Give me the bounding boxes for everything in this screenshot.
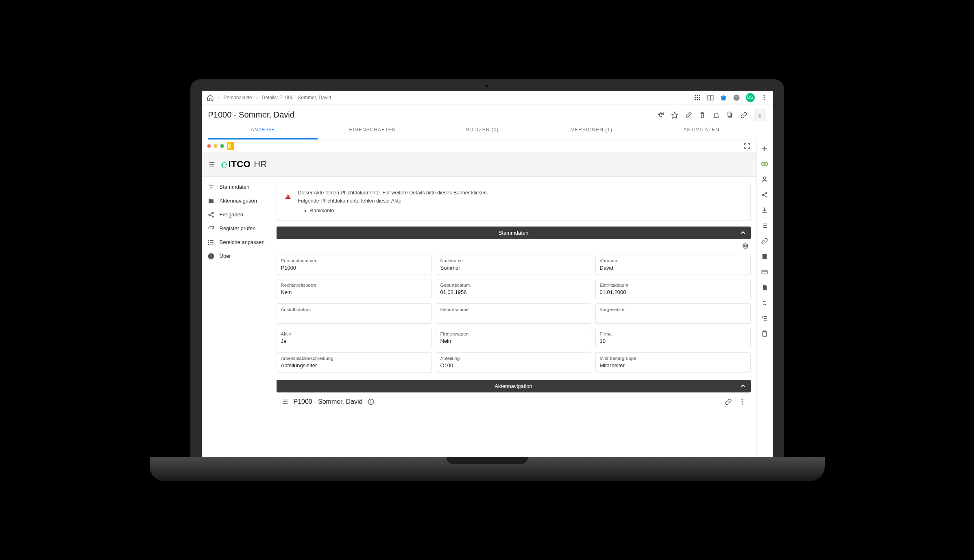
svg-point-17 (763, 97, 765, 98)
delete-icon[interactable] (699, 111, 706, 119)
section-header-aktennavigation[interactable]: Aktennavigation (277, 380, 751, 392)
file-nav-title: P1000 - Sommer, David (294, 398, 363, 405)
book-icon[interactable] (761, 253, 768, 260)
clipboard-icon[interactable] (726, 111, 734, 119)
gift-icon[interactable] (720, 94, 727, 101)
svg-rect-6 (695, 99, 696, 100)
svg-point-50 (741, 403, 743, 404)
refresh-icon[interactable] (657, 111, 665, 119)
page-title: P1000 - Sommer, David (208, 110, 294, 120)
tab-versionen[interactable]: VERSIONEN (1) (537, 121, 647, 139)
svg-point-53 (763, 177, 766, 179)
svg-point-49 (741, 401, 743, 402)
link-icon[interactable] (725, 398, 732, 405)
link-icon[interactable] (761, 238, 768, 245)
section-header-stammdaten[interactable]: Stammdaten (277, 227, 751, 239)
field-geburtsdatum: Geburtsdatum01.03.1956 (436, 279, 591, 299)
fullscreen-icon[interactable] (743, 142, 751, 150)
svg-point-47 (371, 400, 371, 401)
status-dot-green (220, 144, 224, 148)
svg-line-58 (763, 195, 766, 196)
person-icon[interactable] (761, 176, 768, 183)
svg-rect-5 (699, 97, 700, 98)
grid-apps-icon[interactable] (694, 94, 701, 101)
breadcrumb-sep: › (256, 95, 258, 100)
hamburger-icon[interactable] (281, 398, 289, 405)
sidenav-label: Stammdaten (220, 184, 250, 190)
breadcrumb-item[interactable]: Personalakte (224, 95, 252, 100)
layout-columns-icon[interactable] (707, 94, 714, 101)
svg-rect-0 (695, 95, 696, 96)
sidenav-bereiche-anpassen[interactable]: Bereiche anpassen (202, 235, 271, 249)
svg-point-41 (744, 245, 746, 247)
star-icon[interactable] (671, 111, 678, 119)
folder-icon (227, 142, 234, 150)
document-icon[interactable] (761, 284, 768, 291)
user-avatar[interactable]: DS (746, 93, 755, 102)
svg-point-52 (764, 162, 768, 166)
hamburger-icon[interactable] (208, 161, 216, 168)
tab-notizen[interactable]: NOTIZEN (0) (427, 121, 537, 139)
banner-missing-item: Bankkonto (310, 207, 488, 215)
more-vert-icon[interactable] (760, 94, 768, 101)
tab-anzeige[interactable]: ANZEIGE (208, 121, 318, 139)
brand-circle-icon[interactable] (761, 160, 768, 168)
clipboard-list-icon[interactable] (761, 330, 768, 338)
list-icon (207, 239, 215, 246)
collapse-right-panel-button[interactable]: « (754, 109, 766, 121)
side-nav: Stammdaten Aktennavigation Freigaben Reg… (202, 177, 271, 457)
download-icon[interactable] (761, 207, 768, 214)
tab-bar: ANZEIGE EIGENSCHAFTEN NOTIZEN (0) VERSIO… (208, 121, 756, 140)
svg-rect-21 (728, 112, 731, 116)
list-icon[interactable] (761, 222, 768, 229)
svg-line-57 (763, 193, 766, 194)
field-vorgesetzter: Vorgesetzter (595, 303, 751, 324)
svg-point-55 (766, 192, 767, 194)
sidenav-label: Bereiche anpassen (220, 239, 265, 245)
info-icon: i (207, 253, 215, 260)
share-icon (207, 211, 215, 218)
sidenav-stammdaten[interactable]: Stammdaten (202, 180, 271, 194)
sidenav-freigaben[interactable]: Freigaben (202, 208, 271, 222)
logo-suffix: HR (254, 159, 267, 170)
bell-icon[interactable] (713, 111, 720, 119)
sidenav-aktennavigation[interactable]: Aktennavigation (202, 194, 271, 208)
status-dot-orange (214, 144, 217, 148)
card-icon[interactable] (761, 268, 768, 276)
field-personalnummer: PersonalnummerP1000 (277, 255, 432, 275)
breadcrumb-sep: ‹ (218, 95, 220, 100)
add-icon[interactable]: ＋ (761, 145, 768, 152)
breadcrumb-item: Details: P1000 - Sommer, David (262, 95, 331, 100)
warning-icon (284, 193, 292, 200)
svg-line-32 (210, 215, 212, 216)
gear-icon[interactable] (742, 242, 749, 250)
sidenav-label: Aktennavigation (220, 198, 257, 204)
banner-line2: Folgende Pflichtdokumente fehlen dieser … (298, 197, 488, 205)
home-icon[interactable] (207, 94, 214, 101)
tab-eigenschaften[interactable]: EIGENSCHAFTEN (318, 121, 427, 139)
folder-person-icon (207, 197, 215, 205)
chevron-up-icon (739, 382, 747, 390)
info-outline-icon[interactable] (367, 398, 375, 405)
help-icon[interactable]: ? (733, 94, 740, 101)
edit-icon[interactable] (685, 111, 692, 119)
logo-mark: ℮ (221, 158, 228, 171)
svg-rect-1 (697, 95, 698, 96)
logo-brand: ITCO (229, 159, 251, 170)
missing-docs-banner[interactable]: Dieser Akte fehlen Pflichtdokumente. Für… (277, 183, 751, 221)
viewer-header: ℮ ITCO HR (202, 153, 756, 177)
link-icon[interactable] (740, 111, 747, 119)
sidenav-ueber[interactable]: iÜber (202, 249, 271, 263)
field-abteilung: AbteilungO100 (436, 352, 591, 373)
svg-rect-62 (763, 254, 767, 259)
checklist-icon[interactable] (761, 315, 768, 322)
share-icon[interactable] (761, 191, 768, 198)
svg-point-56 (766, 196, 767, 197)
more-vert-icon[interactable] (739, 398, 746, 405)
sidenav-label: Über (220, 253, 231, 259)
sidenav-register-pruefen[interactable]: Register prüfen (202, 222, 271, 235)
tab-aktivitaeten[interactable]: AKTIVITÄTEN (647, 121, 756, 139)
transfer-icon[interactable] (761, 299, 768, 307)
svg-rect-7 (697, 99, 698, 100)
svg-point-54 (762, 194, 763, 195)
